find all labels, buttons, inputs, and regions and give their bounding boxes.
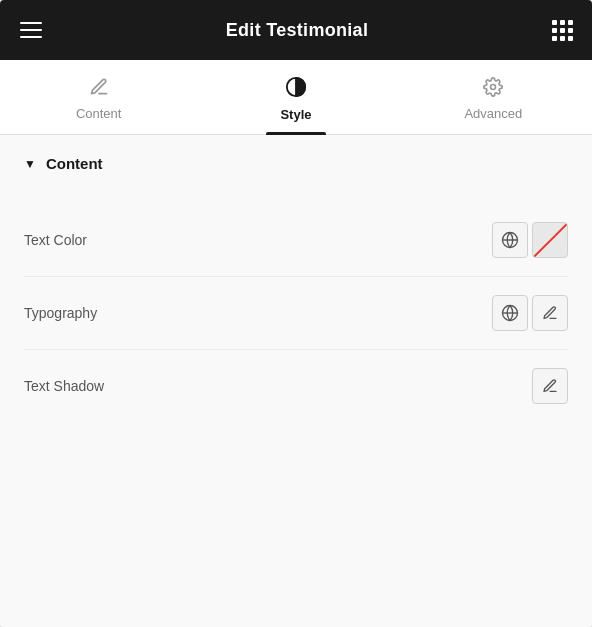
color-null-slash	[532, 223, 567, 258]
text-color-row: Text Color	[24, 204, 568, 277]
typography-controls	[492, 295, 568, 331]
text-shadow-label: Text Shadow	[24, 378, 104, 394]
text-color-global-button[interactable]	[492, 222, 528, 258]
panel-header: Edit Testimonial	[0, 0, 592, 60]
apps-grid-icon[interactable]	[552, 20, 572, 41]
tab-bar: Content Style Advanced	[0, 60, 592, 135]
globe-icon	[501, 231, 519, 249]
text-color-label: Text Color	[24, 232, 87, 248]
content-tab-icon	[89, 77, 109, 100]
edit-icon	[542, 305, 558, 321]
text-shadow-row: Text Shadow	[24, 350, 568, 422]
advanced-tab-icon	[483, 77, 503, 100]
edit-testimonial-panel: Edit Testimonial Content Style	[0, 0, 592, 627]
content-tab-label: Content	[76, 106, 122, 121]
typography-row: Typography	[24, 277, 568, 350]
text-color-controls	[492, 222, 568, 258]
section-collapse-arrow[interactable]: ▼	[24, 157, 36, 171]
tab-advanced[interactable]: Advanced	[395, 61, 592, 133]
style-tab-label: Style	[280, 107, 311, 122]
text-shadow-edit-button[interactable]	[532, 368, 568, 404]
panel-body: ▼ Content Text Color Typogra	[0, 135, 592, 627]
globe-icon	[501, 304, 519, 322]
text-color-swatch-button[interactable]	[532, 222, 568, 258]
panel-title: Edit Testimonial	[226, 20, 368, 41]
section-title: Content	[46, 155, 103, 172]
style-tab-icon	[285, 76, 307, 101]
content-section-header: ▼ Content	[24, 155, 568, 176]
tab-content[interactable]: Content	[0, 61, 197, 133]
text-shadow-controls	[532, 368, 568, 404]
tab-style[interactable]: Style	[197, 60, 394, 134]
typography-global-button[interactable]	[492, 295, 528, 331]
advanced-tab-label: Advanced	[464, 106, 522, 121]
hamburger-menu-icon[interactable]	[20, 22, 42, 38]
svg-point-1	[491, 85, 496, 90]
typography-edit-button[interactable]	[532, 295, 568, 331]
edit-icon	[542, 378, 558, 394]
typography-label: Typography	[24, 305, 97, 321]
